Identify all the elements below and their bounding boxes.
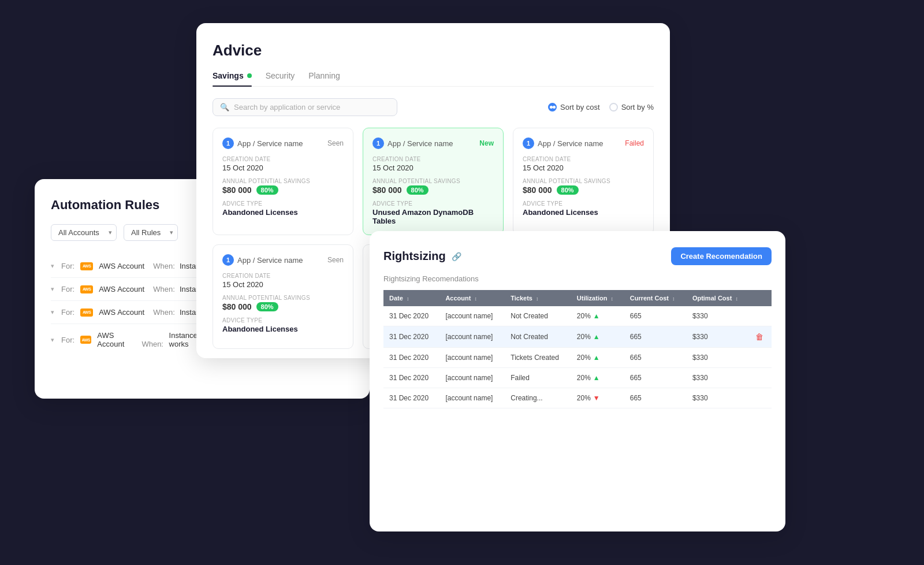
card-header-left: 1 App / Service name: [523, 137, 603, 149]
util-row: 20% ▼: [577, 394, 619, 402]
td-action: [750, 306, 772, 326]
th-account[interactable]: Account ↕: [439, 290, 505, 306]
rule-account: AWS Account: [99, 308, 144, 317]
td-tickets: Failed: [505, 368, 571, 388]
rightsizing-title-wrap: Rightsizing 🔗: [383, 250, 461, 263]
rules-filter-wrap: All Rules: [124, 224, 178, 241]
advice-type-label: Advice Type: [222, 317, 344, 324]
card-header-left: 1 App / Service name: [222, 254, 303, 266]
for-label: For:: [61, 336, 74, 344]
th-optimal-cost[interactable]: Optimal Cost ↕: [687, 290, 750, 306]
th-actions: [750, 290, 772, 306]
advice-card-highlighted: 1 App / Service name New Creation Date 1…: [363, 128, 504, 235]
savings-label: Annual Potential Savings: [523, 178, 644, 184]
card-header-left: 1 App / Service name: [222, 137, 303, 149]
sort-arrow-optimal-cost: ↕: [735, 296, 738, 302]
creation-date-label: Creation Date: [222, 156, 344, 162]
savings-badge: 80%: [557, 185, 579, 195]
advice-card: 1 App / Service name Seen Creation Date …: [213, 244, 353, 349]
advice-type-label: Advice Type: [523, 200, 644, 207]
util-row: 20% ▲: [577, 312, 619, 320]
td-optimal-cost: $330: [687, 388, 750, 408]
util-value: 20%: [577, 394, 591, 402]
create-recommendation-button[interactable]: Create Recomendation: [671, 247, 772, 265]
th-utilization[interactable]: Utilization ↕: [571, 290, 624, 306]
td-optimal-cost: $330: [687, 368, 750, 388]
td-account: [account name]: [439, 326, 505, 348]
chevron-icon[interactable]: ▾: [51, 262, 54, 270]
delete-icon[interactable]: 🗑: [755, 332, 763, 341]
for-label: For:: [61, 262, 74, 270]
chevron-icon[interactable]: ▾: [51, 336, 54, 344]
sort-pct-radio[interactable]: [609, 103, 618, 111]
sort-arrow-account: ↕: [474, 296, 477, 302]
sort-arrow-tickets: ↕: [536, 296, 539, 302]
savings-label: Annual Potential Savings: [372, 178, 494, 184]
savings-label: Annual Potential Savings: [222, 178, 344, 184]
aws-logo: AWS: [80, 336, 91, 344]
card-service-name: App / Service name: [237, 256, 303, 265]
util-value: 20%: [577, 374, 591, 382]
rs-subtitle: Rightsizing Recomendations: [383, 274, 772, 283]
link-icon[interactable]: 🔗: [452, 252, 461, 261]
td-account: [account name]: [439, 368, 505, 388]
util-value: 20%: [577, 333, 591, 341]
td-account: [account name]: [439, 388, 505, 408]
td-utilization: 20% ▼: [571, 388, 624, 408]
savings-badge: 80%: [407, 185, 429, 195]
card-num: 1: [523, 137, 534, 149]
card-service-name: App / Service name: [237, 139, 303, 148]
accounts-filter-wrap: All Accounts: [51, 224, 117, 241]
card-status: Failed: [625, 139, 644, 147]
td-utilization: 20% ▲: [571, 326, 624, 348]
table-header-row: Date ↕ Account ↕ Tickets ↕ Utilization ↕…: [383, 290, 772, 306]
card-status: Seen: [327, 256, 344, 264]
td-current-cost: 665: [624, 368, 687, 388]
savings-row: $80 000 80%: [222, 185, 344, 195]
td-tickets: Not Created: [505, 326, 571, 348]
aws-logo: AWS: [80, 285, 93, 293]
advice-type-label: Advice Type: [372, 200, 494, 207]
sort-by-pct[interactable]: Sort by %: [609, 103, 654, 111]
sort-cost-radio[interactable]: [548, 103, 557, 111]
savings-badge: 80%: [256, 302, 278, 311]
tab-savings-label: Savings: [213, 71, 244, 80]
tab-savings[interactable]: Savings: [213, 71, 252, 86]
savings-badge: 80%: [256, 185, 278, 195]
rightsizing-table: Date ↕ Account ↕ Tickets ↕ Utilization ↕…: [383, 290, 772, 408]
rule-account: AWS Account: [99, 285, 144, 293]
when-label: When:: [149, 285, 175, 293]
th-tickets[interactable]: Tickets ↕: [505, 290, 571, 306]
creation-date-label: Creation Date: [523, 156, 644, 162]
sort-arrow-current-cost: ↕: [672, 296, 675, 302]
th-date[interactable]: Date ↕: [383, 290, 439, 306]
card-status: Seen: [327, 139, 344, 147]
savings-label: Annual Potential Savings: [222, 295, 344, 301]
rule-account: AWS Account: [97, 331, 137, 348]
td-delete[interactable]: 🗑: [750, 326, 772, 348]
tab-security[interactable]: Security: [266, 71, 295, 86]
search-box[interactable]: 🔍 Search by application or service: [213, 98, 397, 116]
td-action: [750, 388, 772, 408]
util-arrow-up-icon: ▲: [593, 333, 600, 341]
card-header: 1 App / Service name Seen: [222, 254, 344, 266]
td-current-cost: 665: [624, 306, 687, 326]
td-optimal-cost: $330: [687, 348, 750, 368]
rules-filter[interactable]: All Rules: [124, 224, 178, 241]
tab-security-label: Security: [266, 71, 295, 80]
sort-by-cost[interactable]: Sort by cost: [548, 103, 600, 111]
card-num: 1: [372, 137, 384, 149]
util-arrow-up-icon: ▲: [593, 312, 600, 320]
tab-planning[interactable]: Planning: [308, 71, 340, 86]
sort-arrow-utilization: ↕: [610, 296, 613, 302]
td-tickets: Tickets Created: [505, 348, 571, 368]
chevron-icon[interactable]: ▾: [51, 285, 54, 293]
td-action: [750, 368, 772, 388]
savings-row: $80 000 80%: [222, 302, 344, 311]
table-row: 31 Dec 2020 [account name] Failed 20% ▲ …: [383, 368, 772, 388]
chevron-icon[interactable]: ▾: [51, 308, 54, 316]
th-current-cost[interactable]: Current Cost ↕: [624, 290, 687, 306]
savings-amount: $80 000: [523, 185, 552, 195]
aws-logo: AWS: [80, 262, 93, 270]
accounts-filter[interactable]: All Accounts: [51, 224, 117, 241]
